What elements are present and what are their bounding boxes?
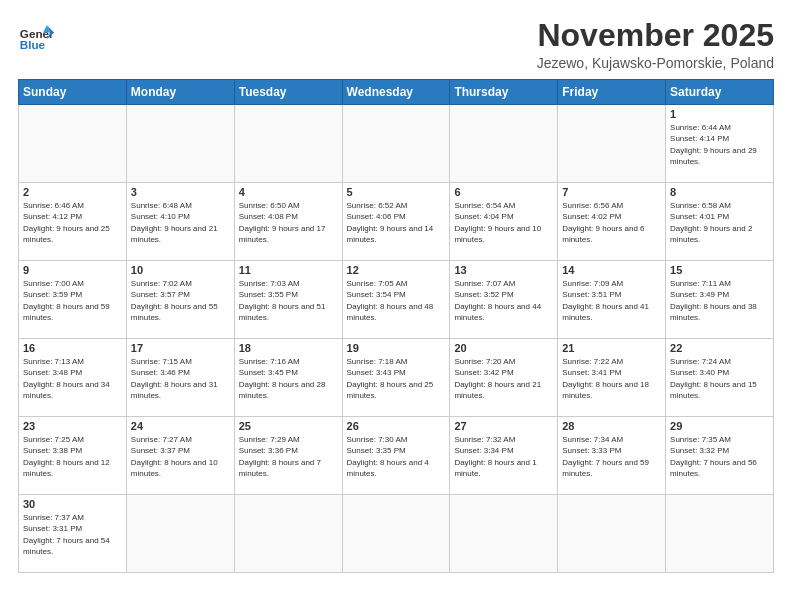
day-9: 9 Sunrise: 7:00 AM Sunset: 3:59 PM Dayli… bbox=[19, 261, 127, 339]
svg-text:Blue: Blue bbox=[20, 38, 46, 51]
day-16: 16 Sunrise: 7:13 AM Sunset: 3:48 PM Dayl… bbox=[19, 339, 127, 417]
day-18: 18 Sunrise: 7:16 AM Sunset: 3:45 PM Dayl… bbox=[234, 339, 342, 417]
location-title: Jezewo, Kujawsko-Pomorskie, Poland bbox=[537, 55, 774, 71]
day-10: 10 Sunrise: 7:02 AM Sunset: 3:57 PM Dayl… bbox=[126, 261, 234, 339]
month-title: November 2025 bbox=[537, 18, 774, 53]
day-4: 4 Sunrise: 6:50 AM Sunset: 4:08 PM Dayli… bbox=[234, 183, 342, 261]
header-friday: Friday bbox=[558, 80, 666, 105]
week-row-1: 1 Sunrise: 6:44 AM Sunset: 4:14 PM Dayli… bbox=[19, 105, 774, 183]
day-27: 27 Sunrise: 7:32 AM Sunset: 3:34 PM Dayl… bbox=[450, 417, 558, 495]
day-26: 26 Sunrise: 7:30 AM Sunset: 3:35 PM Dayl… bbox=[342, 417, 450, 495]
day-30: 30 Sunrise: 7:37 AM Sunset: 3:31 PM Dayl… bbox=[19, 495, 127, 573]
empty-cell bbox=[666, 495, 774, 573]
calendar-table: Sunday Monday Tuesday Wednesday Thursday… bbox=[18, 79, 774, 573]
day-15: 15 Sunrise: 7:11 AM Sunset: 3:49 PM Dayl… bbox=[666, 261, 774, 339]
empty-cell bbox=[450, 495, 558, 573]
day-28: 28 Sunrise: 7:34 AM Sunset: 3:33 PM Dayl… bbox=[558, 417, 666, 495]
logo: General Blue bbox=[18, 18, 54, 54]
empty-cell bbox=[126, 495, 234, 573]
day-19: 19 Sunrise: 7:18 AM Sunset: 3:43 PM Dayl… bbox=[342, 339, 450, 417]
day-25: 25 Sunrise: 7:29 AM Sunset: 3:36 PM Dayl… bbox=[234, 417, 342, 495]
weekday-header-row: Sunday Monday Tuesday Wednesday Thursday… bbox=[19, 80, 774, 105]
header-thursday: Thursday bbox=[450, 80, 558, 105]
day-5: 5 Sunrise: 6:52 AM Sunset: 4:06 PM Dayli… bbox=[342, 183, 450, 261]
day-24: 24 Sunrise: 7:27 AM Sunset: 3:37 PM Dayl… bbox=[126, 417, 234, 495]
header-wednesday: Wednesday bbox=[342, 80, 450, 105]
week-row-6: 30 Sunrise: 7:37 AM Sunset: 3:31 PM Dayl… bbox=[19, 495, 774, 573]
empty-cell bbox=[558, 105, 666, 183]
empty-cell bbox=[450, 105, 558, 183]
week-row-2: 2 Sunrise: 6:46 AM Sunset: 4:12 PM Dayli… bbox=[19, 183, 774, 261]
day-20: 20 Sunrise: 7:20 AM Sunset: 3:42 PM Dayl… bbox=[450, 339, 558, 417]
empty-cell bbox=[126, 105, 234, 183]
day-14: 14 Sunrise: 7:09 AM Sunset: 3:51 PM Dayl… bbox=[558, 261, 666, 339]
empty-cell bbox=[234, 105, 342, 183]
header-monday: Monday bbox=[126, 80, 234, 105]
week-row-5: 23 Sunrise: 7:25 AM Sunset: 3:38 PM Dayl… bbox=[19, 417, 774, 495]
day-8: 8 Sunrise: 6:58 AM Sunset: 4:01 PM Dayli… bbox=[666, 183, 774, 261]
day-22: 22 Sunrise: 7:24 AM Sunset: 3:40 PM Dayl… bbox=[666, 339, 774, 417]
calendar-page: General Blue November 2025 Jezewo, Kujaw… bbox=[0, 0, 792, 612]
header-tuesday: Tuesday bbox=[234, 80, 342, 105]
day-1: 1 Sunrise: 6:44 AM Sunset: 4:14 PM Dayli… bbox=[666, 105, 774, 183]
day-12: 12 Sunrise: 7:05 AM Sunset: 3:54 PM Dayl… bbox=[342, 261, 450, 339]
empty-cell bbox=[19, 105, 127, 183]
empty-cell bbox=[558, 495, 666, 573]
day-11: 11 Sunrise: 7:03 AM Sunset: 3:55 PM Dayl… bbox=[234, 261, 342, 339]
header-saturday: Saturday bbox=[666, 80, 774, 105]
title-block: November 2025 Jezewo, Kujawsko-Pomorskie… bbox=[537, 18, 774, 71]
day-2: 2 Sunrise: 6:46 AM Sunset: 4:12 PM Dayli… bbox=[19, 183, 127, 261]
day-6: 6 Sunrise: 6:54 AM Sunset: 4:04 PM Dayli… bbox=[450, 183, 558, 261]
empty-cell bbox=[342, 495, 450, 573]
day-17: 17 Sunrise: 7:15 AM Sunset: 3:46 PM Dayl… bbox=[126, 339, 234, 417]
week-row-3: 9 Sunrise: 7:00 AM Sunset: 3:59 PM Dayli… bbox=[19, 261, 774, 339]
empty-cell bbox=[234, 495, 342, 573]
day-23: 23 Sunrise: 7:25 AM Sunset: 3:38 PM Dayl… bbox=[19, 417, 127, 495]
day-21: 21 Sunrise: 7:22 AM Sunset: 3:41 PM Dayl… bbox=[558, 339, 666, 417]
week-row-4: 16 Sunrise: 7:13 AM Sunset: 3:48 PM Dayl… bbox=[19, 339, 774, 417]
header: General Blue November 2025 Jezewo, Kujaw… bbox=[18, 18, 774, 71]
day-29: 29 Sunrise: 7:35 AM Sunset: 3:32 PM Dayl… bbox=[666, 417, 774, 495]
day-13: 13 Sunrise: 7:07 AM Sunset: 3:52 PM Dayl… bbox=[450, 261, 558, 339]
day-7: 7 Sunrise: 6:56 AM Sunset: 4:02 PM Dayli… bbox=[558, 183, 666, 261]
logo-icon: General Blue bbox=[18, 18, 54, 54]
header-sunday: Sunday bbox=[19, 80, 127, 105]
empty-cell bbox=[342, 105, 450, 183]
day-3: 3 Sunrise: 6:48 AM Sunset: 4:10 PM Dayli… bbox=[126, 183, 234, 261]
